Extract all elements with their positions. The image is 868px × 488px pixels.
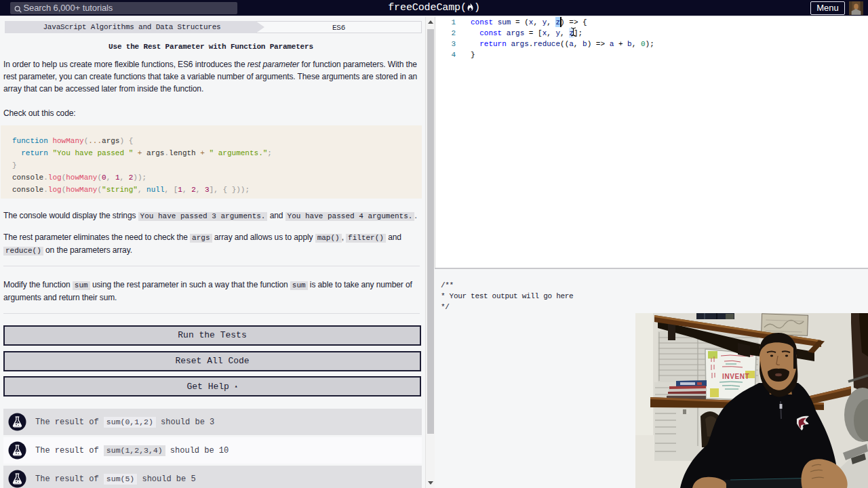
svg-text:INVENT: INVENT: [722, 373, 749, 380]
